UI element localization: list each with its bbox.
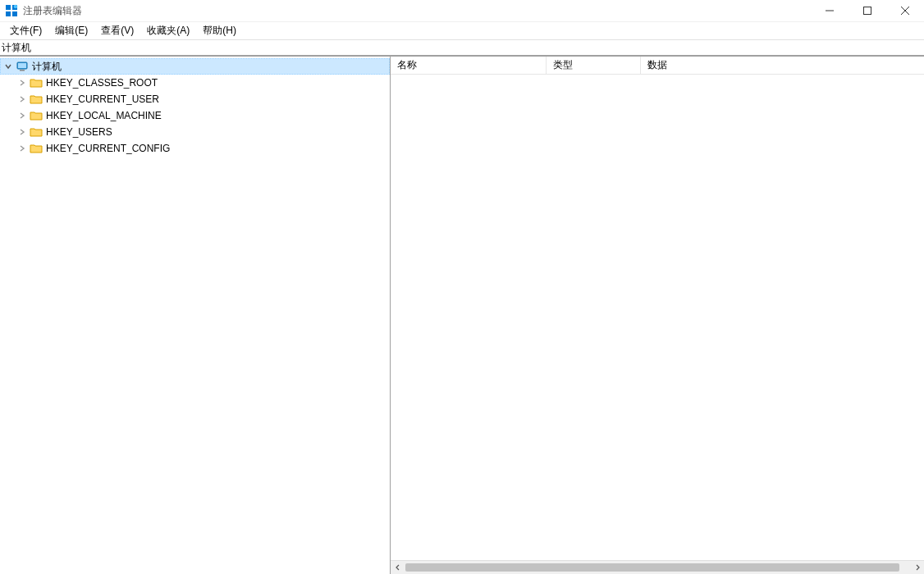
folder-icon xyxy=(30,76,43,89)
folder-icon xyxy=(30,109,43,122)
folder-icon xyxy=(30,93,43,106)
tree-node-hkcr[interactable]: HKEY_CLASSES_ROOT xyxy=(15,75,390,91)
tree-node-hkcc[interactable]: HKEY_CURRENT_CONFIG xyxy=(15,140,390,157)
tree-node-label: HKEY_CURRENT_CONFIG xyxy=(46,143,170,154)
minimize-button[interactable] xyxy=(811,0,849,21)
tree-node-label: HKEY_LOCAL_MACHINE xyxy=(46,110,162,121)
svg-rect-3 xyxy=(12,11,17,16)
tree-pane[interactable]: 计算机 HKEY_CLASSES_ROOT xyxy=(0,57,391,574)
window-controls xyxy=(811,0,924,21)
app-icon xyxy=(5,4,18,17)
scroll-track[interactable] xyxy=(405,563,909,572)
svg-point-4 xyxy=(14,5,18,9)
column-name[interactable]: 名称 xyxy=(391,57,547,74)
tree-node-label: HKEY_CURRENT_USER xyxy=(46,93,159,105)
maximize-button[interactable] xyxy=(849,0,886,21)
registry-tree: 计算机 HKEY_CLASSES_ROOT xyxy=(0,58,390,157)
window-title: 注册表编辑器 xyxy=(23,4,82,18)
scroll-thumb[interactable] xyxy=(405,563,899,572)
tree-node-label: HKEY_USERS xyxy=(46,126,112,138)
main-split: 计算机 HKEY_CLASSES_ROOT xyxy=(0,56,924,574)
tree-root-computer[interactable]: 计算机 xyxy=(0,58,390,75)
chevron-right-icon[interactable] xyxy=(18,112,30,120)
menubar: 文件(F) 编辑(E) 查看(V) 收藏夹(A) 帮助(H) xyxy=(0,21,924,39)
menu-favorites[interactable]: 收藏夹(A) xyxy=(140,22,196,39)
column-type[interactable]: 类型 xyxy=(547,57,641,74)
computer-icon xyxy=(16,60,29,73)
svg-rect-10 xyxy=(18,63,26,68)
menu-file[interactable]: 文件(F) xyxy=(3,22,48,39)
address-bar[interactable]: 计算机 xyxy=(0,39,924,56)
menu-view[interactable]: 查看(V) xyxy=(94,22,140,39)
list-body[interactable] xyxy=(391,75,924,560)
chevron-right-icon[interactable] xyxy=(18,128,30,136)
horizontal-scrollbar[interactable] xyxy=(391,560,924,574)
tree-node-hklm[interactable]: HKEY_LOCAL_MACHINE xyxy=(15,107,390,124)
folder-icon xyxy=(30,142,43,155)
columns-header: 名称 类型 数据 xyxy=(391,57,924,75)
scroll-left-arrow-icon[interactable] xyxy=(391,561,405,575)
tree-node-label: HKEY_CLASSES_ROOT xyxy=(46,77,158,89)
column-data[interactable]: 数据 xyxy=(641,57,924,74)
chevron-right-icon[interactable] xyxy=(18,95,30,103)
close-button[interactable] xyxy=(886,0,924,21)
svg-rect-0 xyxy=(6,5,11,10)
registry-editor-window: 注册表编辑器 文件(F) 编辑(E) 查看(V) 收藏夹(A) 帮助(H) 计算… xyxy=(0,0,924,574)
address-path: 计算机 xyxy=(2,41,31,55)
svg-rect-11 xyxy=(20,70,25,71)
scroll-right-arrow-icon[interactable] xyxy=(910,561,924,575)
menu-edit[interactable]: 编辑(E) xyxy=(48,22,94,39)
svg-rect-6 xyxy=(864,7,871,15)
titlebar: 注册表编辑器 xyxy=(0,0,924,21)
chevron-down-icon[interactable] xyxy=(4,62,16,71)
tree-node-hkcu[interactable]: HKEY_CURRENT_USER xyxy=(15,91,390,107)
menu-help[interactable]: 帮助(H) xyxy=(196,22,243,39)
list-pane: 名称 类型 数据 xyxy=(391,57,924,574)
tree-children: HKEY_CLASSES_ROOT HKEY_CURRENT_USER xyxy=(0,75,390,157)
chevron-right-icon[interactable] xyxy=(18,144,30,153)
chevron-right-icon[interactable] xyxy=(18,79,30,87)
tree-node-hku[interactable]: HKEY_USERS xyxy=(15,124,390,140)
folder-icon xyxy=(30,125,43,139)
svg-rect-2 xyxy=(6,11,11,16)
tree-node-label: 计算机 xyxy=(32,60,62,74)
